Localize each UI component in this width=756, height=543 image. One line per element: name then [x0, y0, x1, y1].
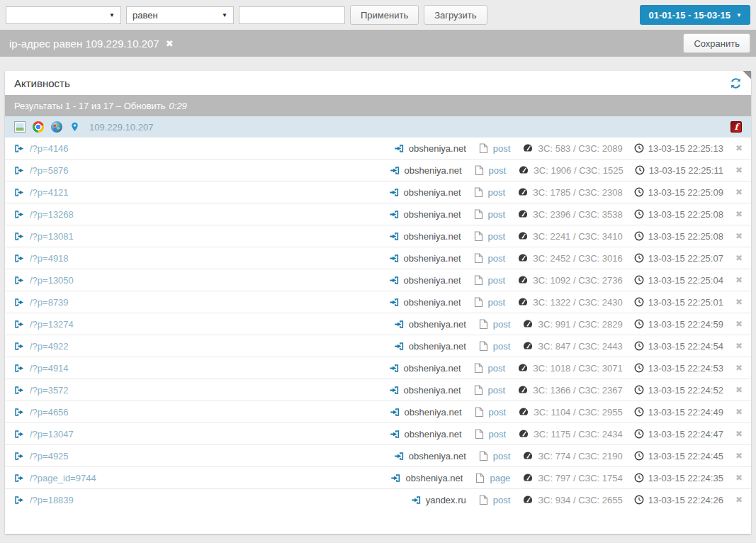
close-icon[interactable]: ✖ [735, 275, 743, 285]
page-type-link[interactable]: post [488, 363, 506, 374]
close-icon[interactable]: ✖ [735, 407, 743, 417]
page-url-link[interactable]: /?p=4922 [30, 341, 69, 352]
time-cell: 13-03-15 22:24:53 [634, 363, 723, 374]
close-icon[interactable]: ✖ [735, 385, 743, 395]
page-url-link[interactable]: /?p=4925 [30, 451, 69, 461]
close-icon[interactable]: ✖ [735, 231, 743, 241]
load-button[interactable]: Загрузить [424, 5, 487, 25]
type-cell: post [479, 495, 511, 505]
page-url-link[interactable]: /?p=4914 [30, 363, 69, 374]
page-type-link[interactable]: post [493, 143, 511, 154]
close-icon[interactable]: ✖ [735, 187, 743, 197]
close-icon[interactable]: ✖ [735, 297, 743, 307]
page-url-link[interactable]: /?p=8739 [30, 297, 69, 308]
page-type-link[interactable]: post [488, 385, 506, 396]
site-cell: obsheniya.net [389, 187, 461, 198]
page-url-link[interactable]: /?p=5876 [30, 165, 69, 176]
speedometer-icon [518, 275, 528, 285]
visitor-ip-link[interactable]: 109.229.10.207 [89, 122, 153, 133]
load-speed-label: ЗС: 934 / СЗС: 2655 [538, 495, 622, 505]
type-cell: post [479, 319, 511, 330]
timestamp-label: 13-03-15 22:25:11 [649, 165, 723, 176]
filter-value-input[interactable] [239, 6, 345, 24]
url-cell: /?p=13050 [14, 275, 74, 286]
page-type-link[interactable]: post [488, 275, 506, 286]
page-url-link[interactable]: /?p=4656 [30, 407, 69, 418]
page-type-link[interactable]: post [488, 187, 506, 198]
speed-cell: ЗС: 1175 / СЗС: 2434 [519, 429, 623, 440]
file-icon [479, 341, 488, 351]
page-type-link[interactable]: post [488, 253, 506, 264]
activity-rows: /?p=4146 obsheniya.net post [5, 138, 751, 534]
activity-row: /?p=4656 obsheniya.net post [5, 401, 751, 423]
refresh-icon[interactable] [730, 77, 742, 89]
close-icon[interactable]: ✖ [735, 143, 743, 153]
close-icon[interactable]: ✖ [735, 451, 743, 461]
load-speed-label: ЗС: 1322 / СЗС: 2430 [533, 297, 623, 308]
page-type-link[interactable]: post [493, 319, 511, 330]
timestamp-label: 13-03-15 22:24:59 [648, 319, 723, 330]
close-icon[interactable]: ✖ [735, 429, 743, 439]
page-type-link[interactable]: post [488, 297, 506, 308]
page-url-link[interactable]: /?p=13047 [30, 429, 74, 440]
page-type-link[interactable]: post [493, 451, 511, 461]
referrer-site-label: obsheniya.net [409, 341, 466, 352]
page-url-link[interactable]: /?page_id=9744 [30, 473, 96, 483]
page-url-link[interactable]: /?p=13081 [30, 231, 74, 242]
time-cell: 13-03-15 22:24:54 [634, 341, 723, 352]
close-icon[interactable]: ✖ [735, 495, 743, 505]
date-range-button[interactable]: 01-01-15 - 15-03-15 ▼ [640, 5, 750, 25]
page-type-link[interactable]: post [489, 165, 507, 176]
page-url-link[interactable]: /?p=13274 [30, 319, 74, 330]
site-cell: obsheniya.net [394, 143, 466, 154]
page-url-link[interactable]: /?p=13050 [30, 275, 74, 286]
page-url-link[interactable]: /?p=3572 [30, 385, 69, 396]
clock-icon [635, 165, 645, 175]
speed-cell: ЗС: 797 / СЗС: 1754 [523, 473, 622, 483]
url-cell: /?p=8739 [14, 297, 69, 308]
signin-icon [389, 298, 399, 307]
speedometer-icon [518, 363, 528, 373]
signin-icon [389, 188, 399, 197]
page-type-link[interactable]: page [490, 473, 510, 483]
remove-filter-icon[interactable]: ✖ [166, 38, 174, 49]
time-cell: 13-03-15 22:25:08 [634, 231, 723, 242]
signin-icon [394, 452, 404, 461]
page-url-link[interactable]: /?p=4146 [30, 143, 69, 154]
page-type-link[interactable]: post [493, 341, 511, 352]
clock-icon [634, 451, 644, 461]
close-icon[interactable]: ✖ [735, 341, 743, 351]
close-icon[interactable]: ✖ [735, 253, 743, 263]
speedometer-icon [518, 231, 528, 241]
active-filter-bar: ip-адрес равен 109.229.10.207 ✖ Сохранит… [0, 30, 756, 57]
page-url-link[interactable]: /?p=18839 [30, 495, 74, 505]
close-icon[interactable]: ✖ [735, 473, 743, 483]
page-url-link[interactable]: /?p=4121 [30, 187, 69, 198]
timestamp-label: 13-03-15 22:24:45 [648, 451, 723, 461]
page-url-link[interactable]: /?p=13268 [30, 209, 74, 220]
signout-icon [14, 188, 24, 197]
signout-icon [14, 254, 24, 263]
file-icon [474, 363, 483, 373]
close-icon[interactable]: ✖ [735, 363, 743, 373]
close-icon[interactable]: ✖ [735, 319, 743, 329]
page-type-link[interactable]: post [489, 429, 507, 440]
page-type-link[interactable]: post [488, 231, 506, 242]
timestamp-label: 13-03-15 22:25:13 [648, 143, 723, 154]
page-type-link[interactable]: post [493, 495, 511, 505]
time-cell: 13-03-15 22:24:49 [634, 407, 723, 418]
close-icon[interactable]: ✖ [735, 165, 743, 175]
signin-icon [390, 166, 400, 175]
operator-select-value: равен [132, 10, 158, 21]
operator-select[interactable]: равен ▼ [126, 6, 234, 24]
page-url-link[interactable]: /?p=4918 [30, 253, 69, 264]
apply-button[interactable]: Применить [350, 5, 419, 25]
page-type-link[interactable]: post [489, 407, 507, 418]
load-speed-label: ЗС: 1785 / СЗС: 2308 [533, 187, 623, 198]
close-icon[interactable]: ✖ [735, 209, 743, 219]
time-cell: 13-03-15 22:24:52 [634, 385, 723, 396]
page-type-link[interactable]: post [488, 209, 506, 220]
save-button[interactable]: Сохранить [683, 33, 750, 53]
field-select[interactable]: ▼ [6, 6, 121, 24]
clock-icon [634, 429, 644, 439]
